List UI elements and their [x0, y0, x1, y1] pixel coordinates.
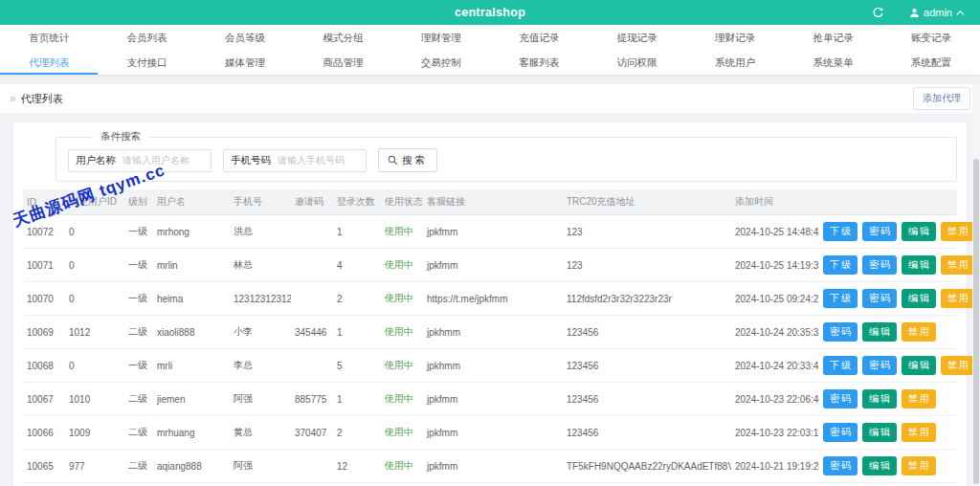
cell-username: aqiang888: [153, 450, 230, 483]
action-edit-button[interactable]: 编辑: [862, 423, 897, 442]
cell-level: 一级: [124, 215, 153, 249]
action-pwd-button[interactable]: 密码: [862, 356, 897, 375]
nav-item[interactable]: 会员等级: [196, 25, 294, 50]
action-disable-button[interactable]: 禁用: [902, 389, 936, 409]
cell-actions: 下级密码编辑禁用: [819, 282, 957, 316]
column-header: TRC20充值地址: [563, 189, 731, 215]
nav-item[interactable]: 理财管理: [392, 25, 490, 50]
action-disable-button[interactable]: 禁用: [941, 356, 975, 375]
cell-phone: 李总: [230, 349, 291, 383]
action-edit-button[interactable]: 编辑: [862, 456, 897, 475]
action-sub-button[interactable]: 下级: [823, 289, 858, 308]
column-header: [819, 189, 957, 215]
cell-invite: 885775: [291, 383, 333, 416]
nav-item[interactable]: 会员列表: [98, 25, 195, 50]
cell-invite: [291, 450, 333, 483]
nav-item[interactable]: 系统配置: [882, 50, 980, 75]
action-disable-button[interactable]: 禁用: [902, 456, 936, 475]
column-header: 级别: [124, 189, 153, 215]
cell-time: 2024-10-23 22:03:17: [731, 416, 819, 450]
nav-item[interactable]: 系统菜单: [784, 50, 881, 75]
scrollbar-thumb[interactable]: [973, 159, 979, 484]
action-pwd-button[interactable]: 密码: [823, 456, 858, 475]
nav-item[interactable]: 充值记录: [490, 25, 588, 50]
cell-service: jpkfmm: [423, 215, 563, 249]
table-header-row: ID绑定用户ID级别用户名手机号邀请码登录次数使用状态客服链接TRC20充值地址…: [23, 189, 957, 215]
phone-label: 手机号码: [224, 154, 278, 167]
nav-item[interactable]: 客服列表: [490, 50, 588, 75]
action-disable-button[interactable]: 禁用: [902, 322, 936, 342]
nav-item[interactable]: 模式分组: [294, 25, 391, 50]
content-card: 条件搜索 用户名称 手机号码 搜索 天曲源码网 tqym.cc: [13, 122, 967, 486]
cell-id: 10069: [23, 316, 65, 349]
nav-item[interactable]: 理财记录: [686, 25, 784, 50]
cell-status: 使用中: [381, 316, 423, 349]
username: admin: [924, 7, 952, 18]
cell-time: 2024-10-21 19:19:28: [731, 450, 819, 483]
action-edit-button[interactable]: 编辑: [862, 322, 897, 342]
nav-item[interactable]: 抢单记录: [784, 25, 881, 50]
username-input[interactable]: [122, 155, 211, 166]
column-header: 绑定用户ID: [65, 189, 124, 215]
action-pwd-button[interactable]: 密码: [862, 255, 897, 275]
cell-invite: [291, 215, 333, 249]
cell-status: 使用中: [381, 450, 423, 483]
table-wrap: 天曲源码网 tqym.cc ID绑定用户ID级别用户名手机号邀请码登录次数使用状…: [23, 189, 957, 486]
nav-item[interactable]: 提现记录: [588, 25, 685, 50]
phone-input[interactable]: [278, 155, 366, 166]
cell-id: 10067: [23, 383, 65, 416]
cell-phone: 12312312312: [230, 282, 291, 316]
add-agent-button[interactable]: 添加代理: [913, 87, 970, 110]
search-button[interactable]: 搜索: [378, 148, 437, 172]
nav-item[interactable]: 访问权限: [588, 50, 685, 75]
nav-item[interactable]: 商品管理: [294, 50, 391, 75]
table-row: 10065977二级aqiang888阿强12使用中jpkfmmTF5kFH9N…: [23, 450, 957, 483]
action-edit-button[interactable]: 编辑: [902, 255, 936, 275]
action-disable-button[interactable]: 禁用: [902, 423, 936, 442]
nav-item[interactable]: 首页统计: [0, 25, 98, 50]
cell-bind_uid: 0: [65, 282, 124, 316]
action-disable-button[interactable]: 禁用: [941, 222, 975, 241]
nav-item[interactable]: 账变记录: [882, 25, 980, 50]
column-header: 登录次数: [333, 189, 381, 215]
refresh-icon[interactable]: [872, 7, 884, 19]
nav-item[interactable]: 支付接口: [98, 50, 195, 75]
action-pwd-button[interactable]: 密码: [823, 389, 858, 409]
cell-logins: 12: [333, 450, 381, 483]
action-sub-button[interactable]: 下级: [823, 255, 858, 275]
nav-item[interactable]: 系统用户: [686, 50, 784, 75]
cell-bind_uid: 0: [65, 349, 124, 383]
action-edit-button[interactable]: 编辑: [902, 222, 936, 241]
cell-bind_uid: 0: [65, 249, 124, 282]
cell-level: 二级: [124, 316, 153, 349]
cell-phone: 洪总: [230, 215, 291, 249]
action-pwd-button[interactable]: 密码: [862, 222, 897, 241]
action-pwd-button[interactable]: 密码: [823, 322, 858, 342]
action-edit-button[interactable]: 编辑: [902, 356, 936, 375]
action-sub-button[interactable]: 下级: [823, 356, 858, 375]
action-edit-button[interactable]: 编辑: [902, 289, 936, 308]
cell-bind_uid: 1009: [65, 416, 124, 450]
breadcrumb-arrow-icon: »: [10, 92, 16, 105]
search-button-label: 搜索: [402, 154, 428, 167]
action-sub-button[interactable]: 下级: [823, 222, 858, 241]
cell-bind_uid: 976: [65, 483, 124, 486]
cell-logins: 5: [333, 349, 381, 383]
action-edit-button[interactable]: 编辑: [862, 389, 897, 409]
action-pwd-button[interactable]: 密码: [862, 289, 897, 308]
nav-item[interactable]: 交易控制: [392, 50, 490, 75]
nav-item[interactable]: 代理列表: [0, 50, 98, 75]
cell-time: 2024-10-24 20:35:32: [731, 316, 819, 349]
cell-actions: 密码编辑禁用: [819, 450, 957, 483]
cell-phone: 黄总: [230, 416, 291, 450]
action-disable-button[interactable]: 禁用: [941, 289, 975, 308]
cell-level: 二级: [124, 416, 153, 450]
app-title: centralshop: [455, 6, 525, 19]
vertical-scrollbar[interactable]: [972, 84, 980, 486]
column-header: 使用状态: [381, 189, 423, 215]
action-pwd-button[interactable]: 密码: [823, 423, 858, 442]
action-disable-button[interactable]: 禁用: [941, 255, 975, 275]
cell-service: jpkfmm: [423, 383, 563, 416]
nav-item[interactable]: 媒体管理: [196, 50, 294, 75]
user-menu[interactable]: admin: [909, 7, 965, 18]
